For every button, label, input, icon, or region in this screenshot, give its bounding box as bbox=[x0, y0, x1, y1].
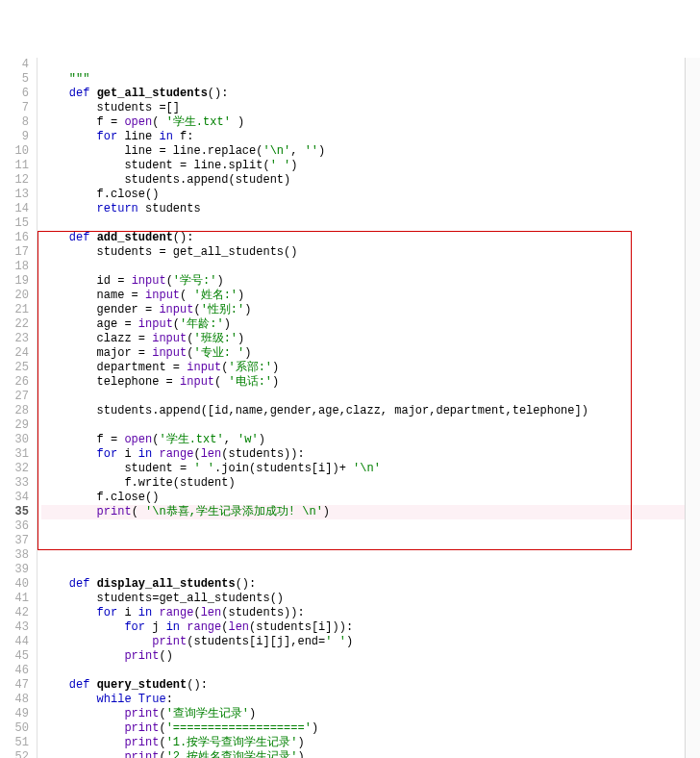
code-line[interactable]: age = input('年龄:') bbox=[41, 317, 700, 332]
line-number: 14 bbox=[4, 202, 29, 216]
line-number: 40 bbox=[4, 577, 29, 592]
line-number: 9 bbox=[4, 130, 29, 144]
line-number: 16 bbox=[4, 231, 29, 245]
code-line[interactable] bbox=[41, 563, 700, 577]
code-line[interactable]: print('1.按学号查询学生记录') bbox=[41, 736, 700, 750]
code-line[interactable] bbox=[41, 418, 700, 433]
code-line[interactable]: f = open( '学生.txt' ) bbox=[41, 115, 700, 130]
line-number: 41 bbox=[4, 592, 29, 606]
code-line[interactable]: students =[] bbox=[41, 101, 700, 115]
code-line[interactable]: print('查询学生记录') bbox=[41, 707, 700, 721]
line-number: 49 bbox=[4, 707, 29, 721]
line-number: 50 bbox=[4, 721, 29, 736]
code-line[interactable]: students.append([id,name,gender,age,claz… bbox=[41, 404, 700, 418]
line-number: 23 bbox=[4, 332, 29, 346]
line-number: 15 bbox=[4, 216, 29, 231]
line-number: 38 bbox=[4, 548, 29, 563]
code-line[interactable]: student = ' '.join(students[i])+ '\n' bbox=[41, 462, 700, 476]
code-line[interactable]: print('2.按姓名查询学生记录') bbox=[41, 750, 700, 758]
line-number: 51 bbox=[4, 736, 29, 750]
line-number: 10 bbox=[4, 144, 29, 159]
line-number: 27 bbox=[4, 390, 29, 404]
line-number: 28 bbox=[4, 404, 29, 418]
code-line[interactable] bbox=[41, 519, 700, 534]
line-number: 30 bbox=[4, 433, 29, 447]
line-number: 31 bbox=[4, 447, 29, 462]
code-line[interactable]: print() bbox=[41, 649, 700, 664]
code-line[interactable]: f = open('学生.txt', 'w') bbox=[41, 433, 700, 447]
code-line[interactable]: f.write(student) bbox=[41, 476, 700, 491]
code-line[interactable]: def query_student(): bbox=[41, 678, 700, 693]
line-number: 47 bbox=[4, 678, 29, 693]
line-number: 52 bbox=[4, 750, 29, 758]
line-number: 18 bbox=[4, 260, 29, 274]
code-line[interactable]: students.append(student) bbox=[41, 173, 700, 188]
line-number: 45 bbox=[4, 649, 29, 664]
line-number: 22 bbox=[4, 317, 29, 332]
line-number: 42 bbox=[4, 606, 29, 620]
code-line[interactable] bbox=[41, 534, 700, 548]
code-line[interactable]: return students bbox=[41, 202, 700, 216]
line-number: 25 bbox=[4, 361, 29, 375]
line-number: 29 bbox=[4, 418, 29, 433]
line-number: 20 bbox=[4, 289, 29, 303]
line-number: 34 bbox=[4, 491, 29, 505]
code-line[interactable]: f.close() bbox=[41, 491, 700, 505]
code-line[interactable]: students=get_all_students() bbox=[41, 592, 700, 606]
code-line[interactable]: for j in range(len(students[i])): bbox=[41, 620, 700, 635]
code-editor: 4567891011121314151617181920212223242526… bbox=[0, 58, 700, 758]
line-number: 5 bbox=[4, 72, 29, 87]
line-number: 44 bbox=[4, 635, 29, 649]
code-line[interactable] bbox=[41, 664, 700, 678]
line-number: 7 bbox=[4, 101, 29, 115]
code-line[interactable]: def display_all_students(): bbox=[41, 577, 700, 592]
line-number: 26 bbox=[4, 375, 29, 390]
code-line[interactable]: """ bbox=[41, 72, 700, 87]
line-number-gutter: 4567891011121314151617181920212223242526… bbox=[0, 58, 38, 758]
code-line[interactable]: department = input('系部:') bbox=[41, 361, 700, 375]
line-number: 24 bbox=[4, 346, 29, 361]
line-number: 8 bbox=[4, 115, 29, 130]
line-number: 35 bbox=[4, 505, 29, 519]
code-line[interactable]: for line in f: bbox=[41, 130, 700, 144]
code-line[interactable]: def add_student(): bbox=[41, 231, 700, 245]
code-line[interactable]: while True: bbox=[41, 693, 700, 707]
code-line[interactable]: name = input( '姓名:') bbox=[41, 289, 700, 303]
code-line[interactable]: id = input('学号:') bbox=[41, 274, 700, 289]
code-line[interactable]: print(students[i][j],end=' ') bbox=[41, 635, 700, 649]
code-line[interactable]: students = get_all_students() bbox=[41, 245, 700, 260]
code-line[interactable] bbox=[41, 58, 700, 72]
line-number: 37 bbox=[4, 534, 29, 548]
code-line[interactable]: print( '\n恭喜,学生记录添加成功! \n') bbox=[41, 505, 700, 519]
line-number: 48 bbox=[4, 693, 29, 707]
line-number: 46 bbox=[4, 664, 29, 678]
line-number: 11 bbox=[4, 159, 29, 173]
code-line[interactable] bbox=[41, 548, 700, 563]
code-line[interactable] bbox=[41, 260, 700, 274]
code-line[interactable] bbox=[41, 216, 700, 231]
code-line[interactable]: gender = input('性别:') bbox=[41, 303, 700, 317]
code-line[interactable] bbox=[41, 390, 700, 404]
code-line[interactable]: f.close() bbox=[41, 188, 700, 202]
code-line[interactable]: student = line.split(' ') bbox=[41, 159, 700, 173]
line-number: 17 bbox=[4, 245, 29, 260]
line-number: 12 bbox=[4, 173, 29, 188]
code-area[interactable]: """ def get_all_students(): students =[]… bbox=[38, 58, 700, 758]
code-line[interactable]: def get_all_students(): bbox=[41, 87, 700, 101]
line-number: 13 bbox=[4, 188, 29, 202]
code-line[interactable]: line = line.replace('\n', '') bbox=[41, 144, 700, 159]
line-number: 6 bbox=[4, 87, 29, 101]
code-line[interactable]: clazz = input('班级:') bbox=[41, 332, 700, 346]
line-number: 4 bbox=[4, 58, 29, 72]
line-number: 19 bbox=[4, 274, 29, 289]
code-line[interactable]: for i in range(len(students)): bbox=[41, 447, 700, 462]
code-line[interactable]: print('===================') bbox=[41, 721, 700, 736]
line-number: 32 bbox=[4, 462, 29, 476]
code-line[interactable]: telephone = input( '电话:') bbox=[41, 375, 700, 390]
code-line[interactable]: for i in range(len(students)): bbox=[41, 606, 700, 620]
line-number: 36 bbox=[4, 519, 29, 534]
code-line[interactable]: major = input('专业: ') bbox=[41, 346, 700, 361]
line-number: 33 bbox=[4, 476, 29, 491]
line-number: 43 bbox=[4, 620, 29, 635]
line-number: 21 bbox=[4, 303, 29, 317]
